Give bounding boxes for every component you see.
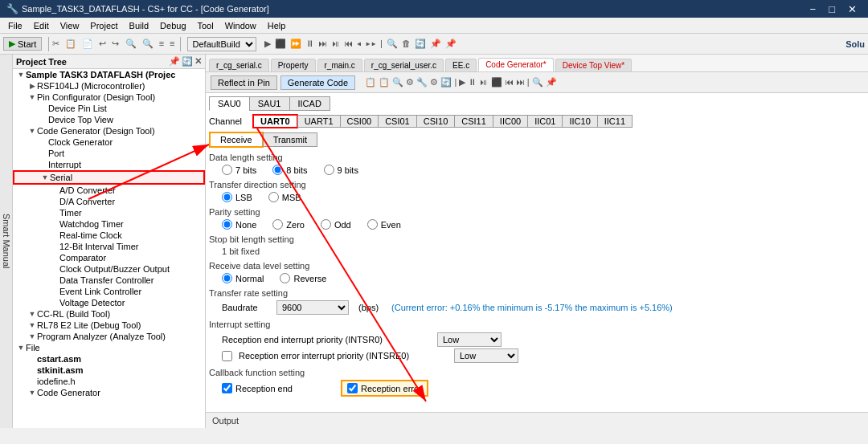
tree-item[interactable]: Voltage Detector (13, 297, 205, 308)
tree-item[interactable]: Watchdog Timer (13, 218, 205, 230)
interrupt-select-0[interactable]: LowMediumHigh (437, 332, 502, 347)
sau-tab-iicad[interactable]: IICAD (289, 96, 330, 111)
baudrate-unit: (bps) (358, 303, 379, 312)
mode-tab-transmit[interactable]: Transmit (263, 132, 317, 147)
tree-item[interactable]: ▼CC-RL (Build Tool) (13, 308, 205, 320)
menu-file[interactable]: File (3, 19, 27, 32)
channel-tab-iic10[interactable]: IIC10 (562, 115, 597, 128)
callback-item-1[interactable]: Reception error (341, 380, 428, 397)
tab-2[interactable]: r_main.c (317, 59, 362, 71)
tree-item[interactable]: stkinit.asm (13, 365, 205, 376)
parity-option[interactable]: None (222, 219, 256, 230)
menu-help[interactable]: Help (263, 19, 291, 32)
tree-item[interactable]: ▼Code Generator (13, 387, 205, 398)
tab-6[interactable]: Device Top View* (555, 59, 632, 71)
parity-option[interactable]: Even (367, 219, 401, 230)
generate-code-btn[interactable]: Generate Code (280, 75, 355, 90)
channel-tab-iic01[interactable]: IIC01 (527, 115, 563, 128)
tree-item[interactable]: ▼RL78 E2 Lite (Debug Tool) (13, 320, 205, 331)
tree-item[interactable]: 12-Bit Interval Timer (13, 241, 205, 252)
callback-checkbox-0[interactable] (222, 383, 232, 393)
interrupt-select-1[interactable]: LowMediumHigh (454, 348, 518, 363)
menu-debug[interactable]: Debug (155, 19, 190, 32)
sau-tab-sau0[interactable]: SAU0 (209, 96, 250, 111)
tab-4[interactable]: EE.c (445, 59, 477, 71)
tree-item[interactable]: Device Pin List (13, 103, 205, 114)
channel-tab-csi01[interactable]: CSI01 (378, 115, 417, 128)
tab-1[interactable]: Property (271, 59, 316, 71)
tree-item[interactable]: ▼File (13, 342, 205, 353)
tree-pin-btn[interactable]: 📌 (169, 56, 180, 67)
transfer-dir-option[interactable]: LSB (222, 192, 252, 202)
tree-item-label: CC-RL (Build Tool) (37, 309, 110, 319)
tree-close-btn[interactable]: ✕ (194, 56, 202, 67)
interrupt-label-1: Reception error interrupt priority (INTS… (239, 351, 448, 360)
tree-item[interactable]: Port (13, 148, 205, 159)
channel-tab-iic11[interactable]: IIC11 (597, 115, 633, 128)
reflect-in-pin-btn[interactable]: Reflect in Pin (211, 75, 277, 90)
menu-project[interactable]: Project (85, 19, 122, 32)
tree-item[interactable]: Comparator (13, 252, 205, 263)
close-btn[interactable]: ✕ (843, 3, 862, 15)
tree-item[interactable]: ▼Serial (13, 170, 205, 185)
channel-tab-csi11[interactable]: CSI11 (454, 115, 493, 128)
tree-item[interactable]: cstart.asm (13, 353, 205, 365)
channel-tab-iic00[interactable]: IIC00 (493, 115, 528, 128)
menu-view[interactable]: View (55, 19, 84, 32)
menu-window[interactable]: Window (220, 19, 261, 32)
tree-item[interactable]: ▼Program Analyzer (Analyze Tool) (13, 331, 205, 342)
tree-sync-btn[interactable]: 🔄 (182, 56, 193, 67)
receive-level-option[interactable]: Reverse (280, 273, 326, 283)
menu-tool[interactable]: Tool (193, 19, 219, 32)
tree-item[interactable]: Clock Generator (13, 136, 205, 148)
tree-item-label: Pin Configurator (Design Tool) (37, 92, 155, 102)
tree-item[interactable]: ▼Code Generator (Design Tool) (13, 125, 205, 136)
tree-item[interactable]: iodefine.h (13, 376, 205, 387)
tree-item[interactable]: Event Link Controller (13, 286, 205, 297)
menu-bar: File Edit View Project Build Debug Tool … (0, 18, 868, 34)
callback-item-0[interactable]: Reception end (222, 383, 293, 393)
tree-item[interactable]: Device Top View (13, 114, 205, 125)
callback-checkbox-1[interactable] (347, 383, 358, 393)
menu-edit[interactable]: Edit (29, 19, 54, 32)
parity-option[interactable]: Odd (321, 219, 351, 230)
start-btn[interactable]: ▶ Start (3, 37, 42, 51)
mode-tab-receive[interactable]: Receive (209, 132, 264, 148)
tree-item[interactable]: ▶RSF104LJ (Microcontroller) (13, 80, 205, 92)
baudrate-select[interactable]: 9600192003840057600115200 (276, 300, 349, 315)
tree-item[interactable]: ▼Sample TASK3 DATAFLASH (Projec (13, 69, 205, 80)
parity-option[interactable]: Zero (272, 219, 305, 230)
interrupt-checkbox-1[interactable] (222, 351, 232, 361)
channel-tabs: UART0UART1CSI00CSI01CSI10CSI11IIC00IIC01… (252, 114, 632, 128)
receive-level-option[interactable]: Normal (222, 273, 264, 283)
tab-5[interactable]: Code Generator* (478, 58, 554, 71)
tree-item-label: Code Generator (Design Tool) (37, 126, 155, 136)
tree-item[interactable]: D/A Converter (13, 196, 205, 207)
data-length-option[interactable]: 8 bits (272, 165, 307, 175)
tab-0[interactable]: r_cg_serial.c (209, 59, 269, 71)
tree-arrow-icon: ▼ (27, 127, 37, 135)
tree-item[interactable]: A/D Converter (13, 185, 205, 196)
transfer-dir-option[interactable]: MSB (268, 192, 301, 202)
data-length-option[interactable]: 9 bits (324, 165, 358, 175)
minimize-btn[interactable]: − (805, 3, 821, 15)
channel-tab-csi00[interactable]: CSI00 (340, 115, 379, 128)
tree-item[interactable]: Real-time Clock (13, 230, 205, 241)
tree-item[interactable]: Data Transfer Controller (13, 275, 205, 286)
tree-item[interactable]: Interrupt (13, 159, 205, 170)
tree-item[interactable]: Timer (13, 207, 205, 218)
tree-item[interactable]: ▼Pin Configurator (Design Tool) (13, 92, 205, 103)
sau-tab-sau1[interactable]: SAU1 (249, 96, 290, 111)
action-icons: 📋 📋 🔍 ⚙ 🔧 ⚙ 🔄 | ▶ ⏸ ⏯ ⬛ ⏮ ⏭ | 🔍 📌 (365, 77, 557, 88)
tree-item-label: File (26, 343, 40, 352)
channel-tab-uart1[interactable]: UART1 (297, 115, 341, 128)
tree-item[interactable]: Clock Output/Buzzer Output (13, 263, 205, 275)
build-config-select[interactable]: DefaultBuild (187, 37, 256, 51)
tree-arrow-icon: ▼ (16, 71, 26, 79)
menu-build[interactable]: Build (125, 19, 154, 32)
channel-tab-uart0[interactable]: UART0 (252, 114, 298, 128)
channel-tab-csi10[interactable]: CSI10 (416, 115, 456, 128)
tab-3[interactable]: r_cg_serial_user.c (364, 59, 444, 71)
data-length-option[interactable]: 7 bits (222, 165, 256, 175)
maximize-btn[interactable]: □ (824, 3, 840, 15)
